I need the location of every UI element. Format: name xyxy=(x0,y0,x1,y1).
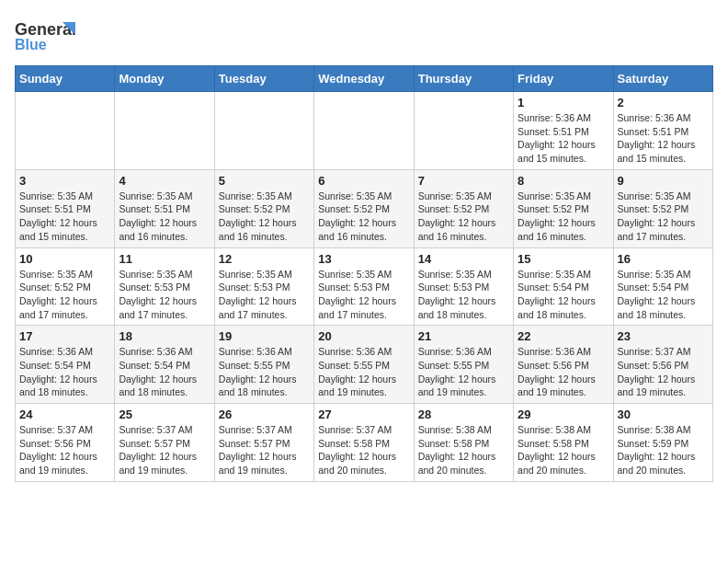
day-info: Sunrise: 5:36 AM Sunset: 5:54 PM Dayligh… xyxy=(119,345,210,399)
day-number: 11 xyxy=(119,252,210,266)
calendar-cell: 9Sunrise: 5:35 AM Sunset: 5:52 PM Daylig… xyxy=(613,169,712,247)
calendar-cell: 5Sunrise: 5:35 AM Sunset: 5:52 PM Daylig… xyxy=(214,169,313,247)
svg-text:Blue: Blue xyxy=(15,37,47,52)
day-number: 20 xyxy=(318,329,409,343)
calendar-cell: 23Sunrise: 5:37 AM Sunset: 5:56 PM Dayli… xyxy=(613,326,712,404)
day-number: 21 xyxy=(418,329,509,343)
calendar-cell: 16Sunrise: 5:35 AM Sunset: 5:54 PM Dayli… xyxy=(613,247,712,326)
day-number: 2 xyxy=(618,96,709,109)
calendar-cell: 6Sunrise: 5:35 AM Sunset: 5:52 PM Daylig… xyxy=(314,169,414,247)
day-number: 30 xyxy=(618,408,709,421)
calendar-cell: 4Sunrise: 5:35 AM Sunset: 5:51 PM Daylig… xyxy=(115,169,214,247)
calendar-cell: 8Sunrise: 5:35 AM Sunset: 5:52 PM Daylig… xyxy=(514,169,613,247)
calendar-day-header: Wednesday xyxy=(314,66,414,92)
day-number: 6 xyxy=(318,174,409,188)
day-number: 16 xyxy=(618,252,709,266)
calendar-cell: 24Sunrise: 5:37 AM Sunset: 5:56 PM Dayli… xyxy=(16,404,115,482)
calendar-cell: 14Sunrise: 5:35 AM Sunset: 5:53 PM Dayli… xyxy=(414,247,513,326)
calendar-cell: 1Sunrise: 5:36 AM Sunset: 5:51 PM Daylig… xyxy=(514,92,613,170)
day-info: Sunrise: 5:35 AM Sunset: 5:51 PM Dayligh… xyxy=(119,190,210,244)
day-number: 10 xyxy=(19,252,110,266)
day-number: 3 xyxy=(19,174,110,188)
day-number: 26 xyxy=(219,408,310,421)
calendar-cell: 11Sunrise: 5:35 AM Sunset: 5:53 PM Dayli… xyxy=(115,247,214,326)
day-number: 29 xyxy=(518,408,609,421)
day-info: Sunrise: 5:36 AM Sunset: 5:51 PM Dayligh… xyxy=(518,111,609,166)
calendar-cell: 20Sunrise: 5:36 AM Sunset: 5:55 PM Dayli… xyxy=(314,326,414,404)
calendar-week-row: 3Sunrise: 5:35 AM Sunset: 5:51 PM Daylig… xyxy=(16,169,713,247)
calendar-cell: 18Sunrise: 5:36 AM Sunset: 5:54 PM Dayli… xyxy=(115,326,214,404)
day-info: Sunrise: 5:35 AM Sunset: 5:52 PM Dayligh… xyxy=(518,190,609,244)
day-number: 9 xyxy=(618,174,709,188)
day-info: Sunrise: 5:35 AM Sunset: 5:54 PM Dayligh… xyxy=(518,268,609,322)
day-info: Sunrise: 5:35 AM Sunset: 5:52 PM Dayligh… xyxy=(318,190,409,244)
day-info: Sunrise: 5:37 AM Sunset: 5:56 PM Dayligh… xyxy=(618,345,709,399)
day-info: Sunrise: 5:38 AM Sunset: 5:59 PM Dayligh… xyxy=(618,423,709,477)
day-info: Sunrise: 5:35 AM Sunset: 5:52 PM Dayligh… xyxy=(418,190,509,244)
day-number: 22 xyxy=(518,329,609,343)
calendar-cell: 15Sunrise: 5:35 AM Sunset: 5:54 PM Dayli… xyxy=(514,247,613,326)
day-number: 23 xyxy=(618,329,709,343)
page-header: GeneralBlue xyxy=(15,15,713,56)
day-number: 7 xyxy=(418,174,509,188)
day-info: Sunrise: 5:36 AM Sunset: 5:54 PM Dayligh… xyxy=(19,345,110,399)
day-number: 12 xyxy=(219,252,310,266)
calendar-cell: 21Sunrise: 5:36 AM Sunset: 5:55 PM Dayli… xyxy=(414,326,513,404)
day-number: 25 xyxy=(119,408,210,421)
calendar-cell: 10Sunrise: 5:35 AM Sunset: 5:52 PM Dayli… xyxy=(16,247,115,326)
calendar-cell: 28Sunrise: 5:38 AM Sunset: 5:58 PM Dayli… xyxy=(414,404,513,482)
day-info: Sunrise: 5:35 AM Sunset: 5:53 PM Dayligh… xyxy=(219,268,310,322)
calendar-day-header: Thursday xyxy=(414,66,513,92)
day-number: 28 xyxy=(418,408,509,421)
day-info: Sunrise: 5:35 AM Sunset: 5:54 PM Dayligh… xyxy=(618,268,709,322)
day-info: Sunrise: 5:37 AM Sunset: 5:57 PM Dayligh… xyxy=(219,423,310,477)
day-number: 13 xyxy=(318,252,409,266)
day-info: Sunrise: 5:38 AM Sunset: 5:58 PM Dayligh… xyxy=(418,423,509,477)
calendar-week-row: 1Sunrise: 5:36 AM Sunset: 5:51 PM Daylig… xyxy=(16,92,713,170)
day-info: Sunrise: 5:35 AM Sunset: 5:53 PM Dayligh… xyxy=(318,268,409,322)
calendar-cell: 13Sunrise: 5:35 AM Sunset: 5:53 PM Dayli… xyxy=(314,247,414,326)
day-info: Sunrise: 5:36 AM Sunset: 5:51 PM Dayligh… xyxy=(618,111,709,166)
day-info: Sunrise: 5:37 AM Sunset: 5:58 PM Dayligh… xyxy=(318,423,409,477)
calendar-cell: 7Sunrise: 5:35 AM Sunset: 5:52 PM Daylig… xyxy=(414,169,513,247)
day-info: Sunrise: 5:35 AM Sunset: 5:53 PM Dayligh… xyxy=(119,268,210,322)
calendar-cell: 17Sunrise: 5:36 AM Sunset: 5:54 PM Dayli… xyxy=(16,326,115,404)
calendar-cell xyxy=(414,92,513,170)
calendar-table: SundayMondayTuesdayWednesdayThursdayFrid… xyxy=(15,65,713,482)
day-info: Sunrise: 5:36 AM Sunset: 5:55 PM Dayligh… xyxy=(318,345,409,399)
calendar-cell: 25Sunrise: 5:37 AM Sunset: 5:57 PM Dayli… xyxy=(115,404,214,482)
day-info: Sunrise: 5:38 AM Sunset: 5:58 PM Dayligh… xyxy=(518,423,609,477)
calendar-cell: 3Sunrise: 5:35 AM Sunset: 5:51 PM Daylig… xyxy=(16,169,115,247)
calendar-cell xyxy=(115,92,214,170)
calendar-cell xyxy=(214,92,313,170)
day-number: 14 xyxy=(418,252,509,266)
day-number: 15 xyxy=(518,252,609,266)
calendar-cell xyxy=(314,92,414,170)
logo: GeneralBlue xyxy=(15,15,79,56)
day-info: Sunrise: 5:36 AM Sunset: 5:55 PM Dayligh… xyxy=(418,345,509,399)
calendar-day-header: Sunday xyxy=(16,66,115,92)
day-number: 5 xyxy=(219,174,310,188)
calendar-cell: 19Sunrise: 5:36 AM Sunset: 5:55 PM Dayli… xyxy=(214,326,313,404)
calendar-cell: 30Sunrise: 5:38 AM Sunset: 5:59 PM Dayli… xyxy=(613,404,712,482)
calendar-day-header: Monday xyxy=(115,66,214,92)
day-info: Sunrise: 5:35 AM Sunset: 5:53 PM Dayligh… xyxy=(418,268,509,322)
logo-svg: GeneralBlue xyxy=(15,15,79,56)
calendar-cell: 26Sunrise: 5:37 AM Sunset: 5:57 PM Dayli… xyxy=(214,404,313,482)
day-number: 1 xyxy=(518,96,609,109)
calendar-cell: 22Sunrise: 5:36 AM Sunset: 5:56 PM Dayli… xyxy=(514,326,613,404)
day-number: 18 xyxy=(119,329,210,343)
calendar-week-row: 24Sunrise: 5:37 AM Sunset: 5:56 PM Dayli… xyxy=(16,404,713,482)
calendar-week-row: 10Sunrise: 5:35 AM Sunset: 5:52 PM Dayli… xyxy=(16,247,713,326)
day-info: Sunrise: 5:35 AM Sunset: 5:52 PM Dayligh… xyxy=(219,190,310,244)
calendar-cell xyxy=(16,92,115,170)
calendar-cell: 29Sunrise: 5:38 AM Sunset: 5:58 PM Dayli… xyxy=(514,404,613,482)
calendar-cell: 27Sunrise: 5:37 AM Sunset: 5:58 PM Dayli… xyxy=(314,404,414,482)
calendar-cell: 2Sunrise: 5:36 AM Sunset: 5:51 PM Daylig… xyxy=(613,92,712,170)
day-info: Sunrise: 5:35 AM Sunset: 5:52 PM Dayligh… xyxy=(19,268,110,322)
day-info: Sunrise: 5:36 AM Sunset: 5:56 PM Dayligh… xyxy=(518,345,609,399)
day-number: 8 xyxy=(518,174,609,188)
day-number: 24 xyxy=(19,408,110,421)
day-number: 4 xyxy=(119,174,210,188)
day-info: Sunrise: 5:37 AM Sunset: 5:56 PM Dayligh… xyxy=(19,423,110,477)
